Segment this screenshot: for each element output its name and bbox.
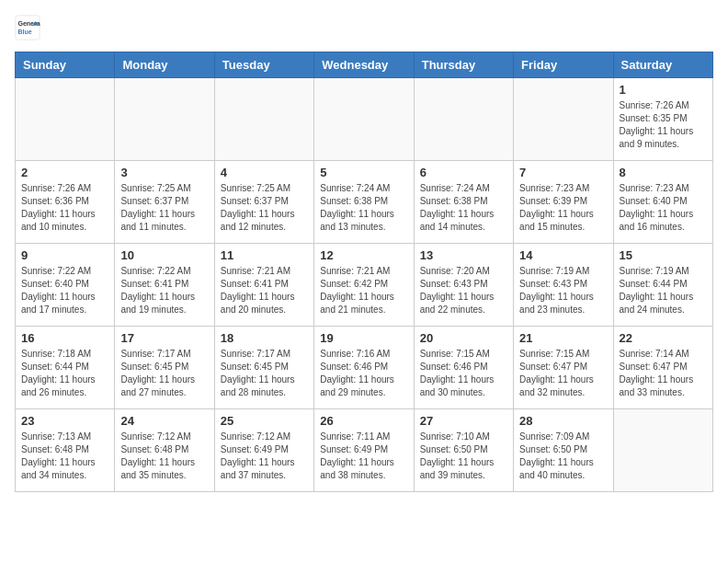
day-number: 23 [21,414,108,428]
weekday-row: SundayMondayTuesdayWednesdayThursdayFrid… [16,52,713,78]
day-number: 25 [221,414,308,428]
day-number: 4 [221,166,308,179]
day-info: Sunrise: 7:19 AM Sunset: 6:43 PM Dayligh… [519,265,607,316]
calendar-cell: 10Sunrise: 7:22 AM Sunset: 6:41 PM Dayli… [115,244,214,327]
calendar-cell: 6Sunrise: 7:24 AM Sunset: 6:38 PM Daylig… [414,161,513,244]
day-info: Sunrise: 7:23 AM Sunset: 6:40 PM Dayligh… [620,182,707,234]
calendar-cell [115,78,214,161]
day-number: 22 [620,331,707,345]
calendar-cell: 3Sunrise: 7:25 AM Sunset: 6:37 PM Daylig… [115,161,214,244]
day-number: 27 [420,414,507,428]
logo: General Blue [15,15,44,40]
week-row-4: 23Sunrise: 7:13 AM Sunset: 6:48 PM Dayli… [16,409,713,492]
day-info: Sunrise: 7:19 AM Sunset: 6:44 PM Dayligh… [620,265,707,316]
week-row-3: 16Sunrise: 7:18 AM Sunset: 6:44 PM Dayli… [16,327,713,409]
calendar-header: SundayMondayTuesdayWednesdayThursdayFrid… [16,52,713,78]
day-number: 7 [519,166,607,179]
day-number: 9 [21,248,108,262]
calendar-cell: 18Sunrise: 7:17 AM Sunset: 6:45 PM Dayli… [214,327,313,409]
day-info: Sunrise: 7:26 AM Sunset: 6:36 PM Dayligh… [21,182,108,234]
calendar-cell: 2Sunrise: 7:26 AM Sunset: 6:36 PM Daylig… [16,161,115,244]
calendar-cell: 14Sunrise: 7:19 AM Sunset: 6:43 PM Dayli… [514,244,613,327]
day-info: Sunrise: 7:10 AM Sunset: 6:50 PM Dayligh… [420,431,507,482]
day-info: Sunrise: 7:14 AM Sunset: 6:47 PM Dayligh… [620,348,707,399]
calendar-cell: 15Sunrise: 7:19 AM Sunset: 6:44 PM Dayli… [613,244,712,327]
day-info: Sunrise: 7:25 AM Sunset: 6:37 PM Dayligh… [120,182,208,234]
day-info: Sunrise: 7:24 AM Sunset: 6:38 PM Dayligh… [320,182,407,234]
calendar-cell: 7Sunrise: 7:23 AM Sunset: 6:39 PM Daylig… [514,161,613,244]
calendar-cell: 28Sunrise: 7:09 AM Sunset: 6:50 PM Dayli… [514,409,613,492]
calendar-cell: 27Sunrise: 7:10 AM Sunset: 6:50 PM Dayli… [414,409,513,492]
calendar-cell: 13Sunrise: 7:20 AM Sunset: 6:43 PM Dayli… [414,244,513,327]
day-number: 26 [320,414,407,428]
calendar-cell [314,78,414,161]
page-header: General Blue [15,15,713,40]
day-number: 16 [21,331,108,345]
weekday-header-tuesday: Tuesday [214,52,313,78]
calendar-cell: 11Sunrise: 7:21 AM Sunset: 6:41 PM Dayli… [214,244,313,327]
calendar-cell: 26Sunrise: 7:11 AM Sunset: 6:49 PM Dayli… [314,409,414,492]
calendar-cell: 24Sunrise: 7:12 AM Sunset: 6:48 PM Dayli… [115,409,214,492]
calendar-cell: 4Sunrise: 7:25 AM Sunset: 6:37 PM Daylig… [214,161,313,244]
weekday-header-friday: Friday [514,52,613,78]
day-info: Sunrise: 7:16 AM Sunset: 6:46 PM Dayligh… [320,348,407,399]
day-info: Sunrise: 7:17 AM Sunset: 6:45 PM Dayligh… [120,348,208,399]
calendar-cell: 5Sunrise: 7:24 AM Sunset: 6:38 PM Daylig… [314,161,414,244]
day-info: Sunrise: 7:15 AM Sunset: 6:47 PM Dayligh… [519,348,607,399]
day-number: 13 [420,248,507,262]
day-number: 1 [620,83,707,97]
calendar-cell: 20Sunrise: 7:15 AM Sunset: 6:46 PM Dayli… [414,327,513,409]
calendar-cell [514,78,613,161]
calendar-cell: 17Sunrise: 7:17 AM Sunset: 6:45 PM Dayli… [115,327,214,409]
calendar-body: 1Sunrise: 7:26 AM Sunset: 6:35 PM Daylig… [16,78,713,492]
week-row-1: 2Sunrise: 7:26 AM Sunset: 6:36 PM Daylig… [16,161,713,244]
day-info: Sunrise: 7:11 AM Sunset: 6:49 PM Dayligh… [320,431,407,482]
day-number: 11 [221,248,308,262]
day-info: Sunrise: 7:12 AM Sunset: 6:49 PM Dayligh… [221,431,308,482]
day-info: Sunrise: 7:21 AM Sunset: 6:42 PM Dayligh… [320,265,407,316]
calendar-cell: 22Sunrise: 7:14 AM Sunset: 6:47 PM Dayli… [613,327,712,409]
day-info: Sunrise: 7:18 AM Sunset: 6:44 PM Dayligh… [21,348,108,399]
day-info: Sunrise: 7:24 AM Sunset: 6:38 PM Dayligh… [420,182,507,234]
day-number: 24 [120,414,208,428]
day-number: 2 [21,166,108,179]
day-number: 15 [620,248,707,262]
calendar-table: SundayMondayTuesdayWednesdayThursdayFrid… [15,52,713,492]
day-info: Sunrise: 7:20 AM Sunset: 6:43 PM Dayligh… [420,265,507,316]
day-number: 10 [120,248,208,262]
weekday-header-sunday: Sunday [16,52,115,78]
calendar-cell [414,78,513,161]
day-number: 12 [320,248,407,262]
calendar-cell: 25Sunrise: 7:12 AM Sunset: 6:49 PM Dayli… [214,409,313,492]
day-info: Sunrise: 7:22 AM Sunset: 6:41 PM Dayligh… [120,265,208,316]
calendar-cell [214,78,313,161]
day-number: 28 [519,414,607,428]
day-number: 3 [120,166,208,179]
weekday-header-thursday: Thursday [414,52,513,78]
calendar-cell: 16Sunrise: 7:18 AM Sunset: 6:44 PM Dayli… [16,327,115,409]
day-info: Sunrise: 7:12 AM Sunset: 6:48 PM Dayligh… [120,431,208,482]
calendar-cell: 1Sunrise: 7:26 AM Sunset: 6:35 PM Daylig… [613,78,712,161]
day-number: 17 [120,331,208,345]
calendar-cell [16,78,115,161]
weekday-header-monday: Monday [115,52,214,78]
calendar-cell: 23Sunrise: 7:13 AM Sunset: 6:48 PM Dayli… [16,409,115,492]
day-number: 18 [221,331,308,345]
day-number: 8 [620,166,707,179]
day-info: Sunrise: 7:21 AM Sunset: 6:41 PM Dayligh… [221,265,308,316]
calendar-cell [613,409,712,492]
calendar-cell: 8Sunrise: 7:23 AM Sunset: 6:40 PM Daylig… [613,161,712,244]
day-info: Sunrise: 7:13 AM Sunset: 6:48 PM Dayligh… [21,431,108,482]
calendar-cell: 19Sunrise: 7:16 AM Sunset: 6:46 PM Dayli… [314,327,414,409]
day-info: Sunrise: 7:26 AM Sunset: 6:35 PM Dayligh… [620,99,707,151]
day-number: 5 [320,166,407,179]
day-number: 21 [519,331,607,345]
weekday-header-wednesday: Wednesday [314,52,414,78]
day-number: 19 [320,331,407,345]
calendar-cell: 9Sunrise: 7:22 AM Sunset: 6:40 PM Daylig… [16,244,115,327]
day-number: 14 [519,248,607,262]
day-number: 20 [420,331,507,345]
day-info: Sunrise: 7:09 AM Sunset: 6:50 PM Dayligh… [519,431,607,482]
calendar-cell: 21Sunrise: 7:15 AM Sunset: 6:47 PM Dayli… [514,327,613,409]
calendar-cell: 12Sunrise: 7:21 AM Sunset: 6:42 PM Dayli… [314,244,414,327]
